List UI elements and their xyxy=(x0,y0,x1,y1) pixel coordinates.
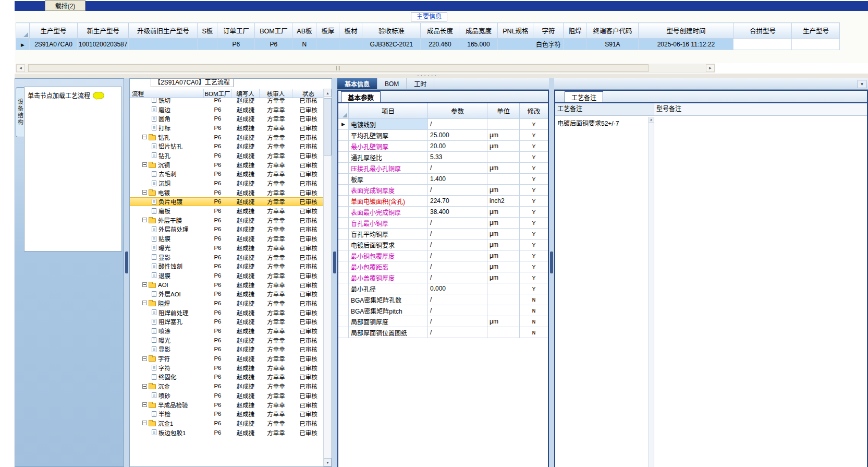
param-row[interactable]: BGA密集矩阵孔数/N xyxy=(338,294,548,305)
main-data-cell[interactable] xyxy=(564,39,586,50)
col-header-item[interactable]: 项目 xyxy=(349,103,428,119)
param-item-cell[interactable]: BGA密集矩阵pitch xyxy=(349,305,428,316)
main-data-cell[interactable] xyxy=(129,39,198,50)
splitter-handle-icon[interactable] xyxy=(125,252,128,273)
tree-row[interactable]: 磨边P6赵成捷方幸幸已审核 xyxy=(130,105,323,114)
param-row-selector[interactable] xyxy=(338,305,349,316)
tab-bom[interactable]: BOM xyxy=(377,78,407,89)
tab-basic-info[interactable]: 基本信息 xyxy=(337,78,377,89)
tree-vertical-scrollbar[interactable]: ▲ ▼ xyxy=(323,89,332,466)
main-data-cell[interactable]: P6 xyxy=(217,39,255,50)
param-item-cell[interactable]: 局部面铜厚度 xyxy=(349,316,428,327)
param-row-selector[interactable] xyxy=(338,130,349,141)
tab-basic-params[interactable]: 基本参数 xyxy=(341,91,381,102)
tree-row[interactable]: 显影P6赵成捷方幸幸已审核 xyxy=(130,253,323,262)
param-row[interactable]: 平均孔壁铜厚25.000μmY xyxy=(338,130,548,141)
tree-row[interactable]: 铝片钻孔P6赵成捷方幸幸已审核 xyxy=(130,141,323,151)
main-col-header[interactable]: 升级前旧生产型号 xyxy=(129,23,198,39)
col-header-reviewer[interactable]: 核审人 xyxy=(260,89,292,98)
splitter-handle-icon[interactable] xyxy=(333,252,336,273)
top-tab-fragment[interactable]: 载排(2) xyxy=(45,0,85,11)
param-row[interactable]: 表面最小完成铜厚38.400μmY xyxy=(338,207,548,218)
tab-process-notes[interactable]: 工艺备注 xyxy=(565,91,603,102)
main-data-cell[interactable] xyxy=(316,39,339,50)
main-col-header[interactable]: 字符 xyxy=(533,23,564,39)
param-item-cell[interactable]: 最小包覆距离 xyxy=(349,261,428,272)
main-col-header[interactable]: 订单工厂 xyxy=(217,23,255,39)
param-value-cell[interactable]: / xyxy=(428,305,487,316)
main-col-header[interactable]: BOM工厂 xyxy=(255,23,292,39)
tree-row[interactable]: 钻孔P6赵成捷方幸幸已审核 xyxy=(130,151,323,160)
main-data-cell[interactable]: 白色字符 xyxy=(533,39,564,50)
main-col-header[interactable]: 新生产型号 xyxy=(78,23,129,39)
param-item-cell[interactable]: 板厚 xyxy=(349,174,428,185)
notes-mini-scrollbar[interactable]: ▲ xyxy=(648,117,654,467)
main-data-cell[interactable]: 2025-06-16 11:12:22 xyxy=(639,39,733,50)
param-item-cell[interactable]: 平均孔壁铜厚 xyxy=(349,130,428,141)
main-data-cell[interactable]: 220.460 xyxy=(421,39,459,50)
param-item-cell[interactable]: 局部厚面铜位置图纸 xyxy=(349,327,428,338)
main-data-cell[interactable] xyxy=(733,39,792,50)
main-data-cell[interactable] xyxy=(498,39,533,50)
param-row[interactable]: 局部面铜厚度/μmN xyxy=(338,316,548,327)
scroll-up-icon[interactable]: ▲ xyxy=(324,89,332,97)
param-item-cell[interactable]: 通孔厚径比 xyxy=(349,152,428,163)
model-notes-cell[interactable] xyxy=(654,117,867,467)
main-col-header[interactable]: S板 xyxy=(198,23,217,39)
main-col-header[interactable]: PNL规格 xyxy=(498,23,533,39)
tree-row[interactable]: 喷砂P6赵成捷方幸幸已审核 xyxy=(130,391,323,400)
param-row[interactable]: 局部厚面铜位置图纸/N xyxy=(338,327,548,338)
tree-row[interactable]: 半成品检验P6赵成捷方幸幸已审核 xyxy=(130,400,323,410)
col-header-author[interactable]: 编写人 xyxy=(231,89,260,98)
param-row-selector[interactable] xyxy=(338,163,349,174)
tree-row[interactable]: 贴膜P6赵成捷方幸幸已审核 xyxy=(130,234,323,243)
param-value-cell[interactable]: 0.000 xyxy=(428,283,487,294)
main-data-cell[interactable] xyxy=(198,39,217,50)
collapse-icon[interactable] xyxy=(142,402,147,407)
tree-row[interactable]: 磨板P6赵成捷方幸幸已审核 xyxy=(130,206,323,215)
param-row[interactable]: BGA密集矩阵pitch/N xyxy=(338,305,548,316)
param-item-cell[interactable]: 单面电镀面积(含孔) xyxy=(349,196,428,207)
col-header-value[interactable]: 参数 xyxy=(428,103,487,119)
param-value-cell[interactable]: / xyxy=(428,272,487,283)
main-col-header[interactable]: 板厚 xyxy=(316,23,339,39)
row-selector-header[interactable] xyxy=(16,23,30,39)
param-row-selector[interactable] xyxy=(338,152,349,163)
param-value-cell[interactable]: 20.00 xyxy=(428,141,487,152)
collapse-icon[interactable] xyxy=(142,356,147,361)
param-item-cell[interactable]: 最小孔壁铜厚 xyxy=(349,141,428,152)
tab-work-hours[interactable]: 工时 xyxy=(407,78,434,89)
main-col-header[interactable]: 终端客户代码 xyxy=(586,23,639,39)
main-data-cell[interactable] xyxy=(339,39,362,50)
main-col-header[interactable]: 成品宽度 xyxy=(459,23,498,39)
param-item-cell[interactable]: 最小孔径 xyxy=(349,283,428,294)
param-value-cell[interactable]: / xyxy=(428,218,487,229)
param-row-selector[interactable] xyxy=(338,185,349,196)
param-item-cell[interactable]: 表面完成铜厚度 xyxy=(349,185,428,196)
main-data-cell[interactable]: GJB362C-2021 xyxy=(362,39,421,50)
tree-row[interactable]: 喷涂P6赵成捷方幸幸已审核 xyxy=(130,326,323,336)
param-row-selector[interactable] xyxy=(338,141,349,152)
main-data-cell[interactable]: 2S91A07CA0 xyxy=(30,39,78,50)
col-header-bom-factory[interactable]: BOM工厂 xyxy=(204,89,231,98)
param-row[interactable]: 压接孔最小孔铜厚/μmY xyxy=(338,163,548,174)
collapse-icon[interactable] xyxy=(142,218,147,222)
col-header-model-notes[interactable]: 型号备注 xyxy=(654,103,867,115)
process-notes-cell[interactable]: 电镀后面铜要求52+/-7 ▲ xyxy=(555,117,654,467)
param-item-cell[interactable]: 压接孔最小孔铜厚 xyxy=(349,163,428,174)
vertical-splitter-3[interactable] xyxy=(549,78,554,467)
collapse-icon[interactable] xyxy=(142,301,147,305)
param-row-selector[interactable] xyxy=(338,261,349,272)
param-row[interactable]: 最小孔壁铜厚20.00μmY xyxy=(338,141,548,152)
param-row-selector[interactable] xyxy=(338,327,349,338)
param-value-cell[interactable]: / xyxy=(428,119,487,130)
horizontal-splitter[interactable]: ······ xyxy=(15,74,868,78)
param-value-cell[interactable]: / xyxy=(428,163,487,174)
collapse-icon[interactable] xyxy=(142,162,147,167)
main-col-header[interactable]: 生产型号 xyxy=(792,23,840,39)
tree-row[interactable]: 沉金P6赵成捷方幸幸已审核 xyxy=(130,381,323,391)
tree-row[interactable]: 负片电镀P6赵成捷方幸幸已审核 xyxy=(130,197,323,207)
tree-row[interactable]: 铣切P6赵成捷方幸幸已审核 xyxy=(130,98,323,105)
param-row[interactable]: 单面电镀面积(含孔)224.70inch2Y xyxy=(338,196,548,207)
tab-overflow-dropdown-icon[interactable]: ▼ xyxy=(858,80,866,88)
